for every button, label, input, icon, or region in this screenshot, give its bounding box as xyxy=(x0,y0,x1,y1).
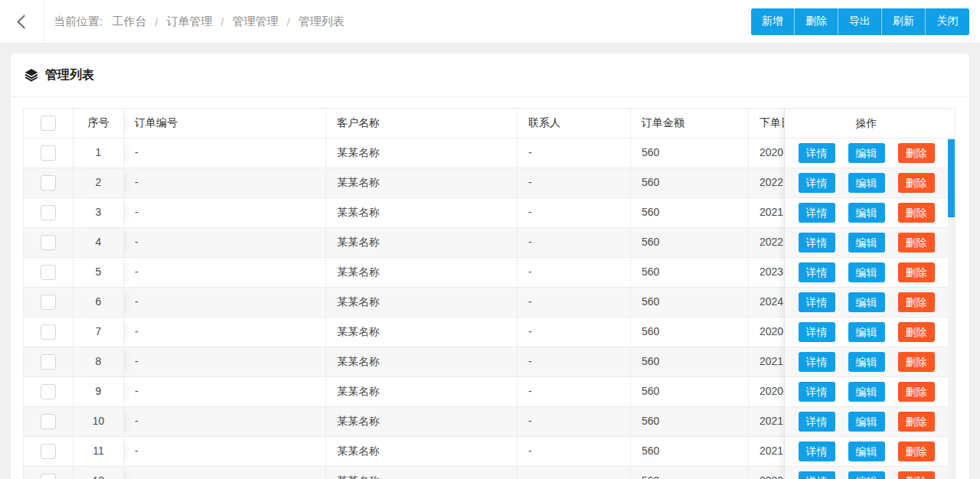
edit-button[interactable]: 编辑 xyxy=(848,471,885,479)
detail-button[interactable]: 详情 xyxy=(799,352,835,372)
delete-row-button[interactable]: 删除 xyxy=(898,471,935,479)
detail-button[interactable]: 详情 xyxy=(799,143,835,163)
breadcrumb-item[interactable]: 管理管理 xyxy=(233,15,279,29)
export-button[interactable]: 导出 xyxy=(838,8,882,35)
row-checkbox-cell xyxy=(24,347,74,376)
cell-order-no: - xyxy=(124,198,326,227)
breadcrumb-prefix: 当前位置: xyxy=(54,15,103,29)
row-checkbox[interactable] xyxy=(41,324,56,340)
fixed-actions-body: 详情编辑删除详情编辑删除详情编辑删除详情编辑删除详情编辑删除详情编辑删除详情编辑… xyxy=(785,138,948,479)
edit-button[interactable]: 编辑 xyxy=(848,442,885,461)
edit-button[interactable]: 编辑 xyxy=(848,233,885,253)
cell-contact: - xyxy=(518,228,631,257)
delete-row-button[interactable]: 删除 xyxy=(898,173,935,193)
cell-contact: - xyxy=(518,318,631,347)
row-actions: 详情编辑删除 xyxy=(785,407,948,437)
row-checkbox[interactable] xyxy=(41,205,56,220)
fixed-actions-column: 操作 详情编辑删除详情编辑删除详情编辑删除详情编辑删除详情编辑删除详情编辑删除详… xyxy=(784,109,948,479)
delete-row-button[interactable]: 删除 xyxy=(898,203,935,223)
delete-button[interactable]: 删除 xyxy=(795,8,838,35)
refresh-button[interactable]: 刷新 xyxy=(882,8,926,35)
breadcrumb-items: 工作台/订单管理/管理管理/管理列表 xyxy=(103,15,345,29)
scrollbar-thumb[interactable] xyxy=(948,139,955,217)
cell-amount: 560 xyxy=(631,168,749,197)
row-checkbox-cell xyxy=(24,198,74,227)
detail-button[interactable]: 详情 xyxy=(799,203,835,223)
delete-row-button[interactable]: 删除 xyxy=(898,292,935,312)
row-checkbox[interactable] xyxy=(41,444,56,459)
cell-contact: - xyxy=(518,437,631,466)
row-checkbox[interactable] xyxy=(41,295,56,310)
edit-button[interactable]: 编辑 xyxy=(848,203,885,223)
cell-order-no: - xyxy=(124,377,326,406)
edit-button[interactable]: 编辑 xyxy=(848,352,885,372)
row-actions: 详情编辑删除 xyxy=(785,318,948,347)
detail-button[interactable]: 详情 xyxy=(799,262,835,282)
row-checkbox[interactable] xyxy=(41,354,56,370)
cell-order-no: - xyxy=(124,168,326,197)
delete-row-button[interactable]: 删除 xyxy=(898,352,935,372)
header-contact: 联系人 xyxy=(518,109,631,138)
edit-button[interactable]: 编辑 xyxy=(848,322,885,342)
row-checkbox[interactable] xyxy=(41,414,56,429)
edit-button[interactable]: 编辑 xyxy=(848,292,885,312)
row-checkbox-cell xyxy=(24,377,74,406)
breadcrumb-item[interactable]: 工作台 xyxy=(112,15,146,29)
delete-row-button[interactable]: 删除 xyxy=(898,442,935,461)
delete-row-button[interactable]: 删除 xyxy=(898,233,935,253)
row-checkbox[interactable] xyxy=(41,175,56,191)
row-checkbox-cell xyxy=(24,258,74,287)
edit-button[interactable]: 编辑 xyxy=(848,173,885,193)
detail-button[interactable]: 详情 xyxy=(799,322,835,342)
delete-row-button[interactable]: 删除 xyxy=(898,143,935,163)
cell-contact: - xyxy=(518,168,631,197)
detail-button[interactable]: 详情 xyxy=(799,292,835,312)
back-button[interactable] xyxy=(0,0,44,43)
select-all-checkbox[interactable] xyxy=(41,116,56,131)
header-index: 序号 xyxy=(74,109,124,138)
row-checkbox[interactable] xyxy=(41,384,56,399)
delete-row-button[interactable]: 删除 xyxy=(898,382,935,402)
edit-button[interactable]: 编辑 xyxy=(848,412,885,432)
cell-index: 2 xyxy=(74,168,124,197)
close-button[interactable]: 关闭 xyxy=(926,8,969,35)
table-scrollbar[interactable] xyxy=(948,138,955,479)
edit-button[interactable]: 编辑 xyxy=(848,382,885,402)
breadcrumb-item[interactable]: 订单管理 xyxy=(166,15,212,29)
row-checkbox[interactable] xyxy=(41,235,56,250)
add-button[interactable]: 新增 xyxy=(751,8,795,35)
row-checkbox[interactable] xyxy=(41,265,56,280)
detail-button[interactable]: 详情 xyxy=(799,471,835,479)
cell-customer: 某某名称 xyxy=(326,138,518,168)
delete-row-button[interactable]: 删除 xyxy=(898,262,935,282)
cell-contact: - xyxy=(518,407,631,436)
cell-amount: 560 xyxy=(631,407,749,436)
edit-button[interactable]: 编辑 xyxy=(848,262,885,282)
cell-amount: 560 xyxy=(631,347,749,376)
detail-button[interactable]: 详情 xyxy=(799,173,835,193)
cell-order-no: - xyxy=(124,258,326,287)
row-checkbox[interactable] xyxy=(41,474,56,479)
cell-index: 6 xyxy=(74,288,124,317)
cell-contact: - xyxy=(518,138,631,168)
cell-order-no: - xyxy=(124,138,326,168)
cell-customer: 某某名称 xyxy=(326,407,518,436)
edit-button[interactable]: 编辑 xyxy=(848,143,885,163)
row-checkbox[interactable] xyxy=(41,145,56,161)
detail-button[interactable]: 详情 xyxy=(799,382,835,402)
row-actions: 详情编辑删除 xyxy=(785,258,948,288)
cell-amount: 560 xyxy=(631,228,749,257)
detail-button[interactable]: 详情 xyxy=(799,233,835,253)
breadcrumb-item[interactable]: 管理列表 xyxy=(299,15,345,29)
breadcrumb-separator: / xyxy=(220,15,224,28)
detail-button[interactable]: 详情 xyxy=(799,442,835,461)
cell-amount: 560 xyxy=(631,318,749,347)
row-checkbox-cell xyxy=(24,288,74,317)
layers-icon xyxy=(24,67,39,83)
cell-index: 1 xyxy=(74,138,124,168)
cell-contact: - xyxy=(518,467,631,479)
delete-row-button[interactable]: 删除 xyxy=(898,322,935,342)
detail-button[interactable]: 详情 xyxy=(799,412,835,432)
delete-row-button[interactable]: 删除 xyxy=(898,412,935,432)
cell-amount: 560 xyxy=(631,138,749,168)
